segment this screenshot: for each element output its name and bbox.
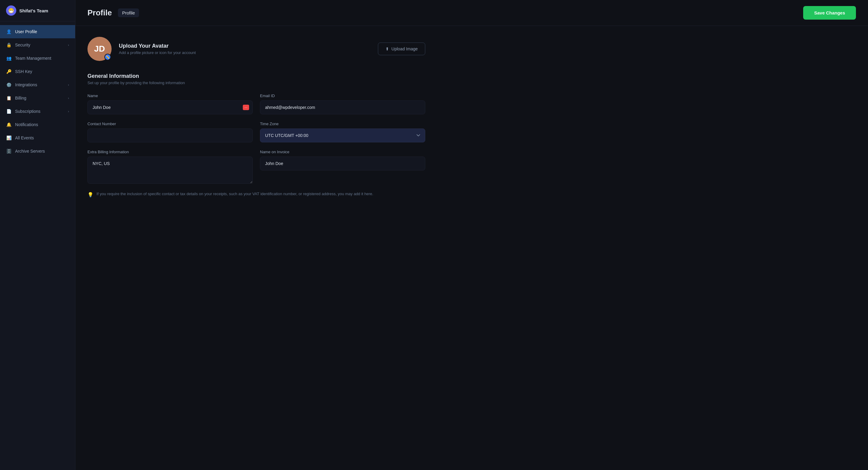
sidebar-item-billing[interactable]: 📋Billing›: [0, 91, 75, 105]
sidebar-label-integrations: Integrations: [15, 82, 37, 87]
avatar-edit-badge[interactable]: ✏️: [104, 54, 111, 60]
form-group-name: Name ···: [88, 94, 253, 114]
contact-input[interactable]: [88, 128, 253, 143]
sidebar-label-notifications: Notifications: [15, 122, 38, 127]
header-left: Profile Profile: [88, 8, 139, 18]
avatar-section: JD ✏️ Upload Your Avatar Add a profile p…: [88, 37, 425, 61]
sidebar-item-all-events[interactable]: 📊All Events: [0, 131, 75, 145]
avatar-upload-title: Upload Your Avatar: [119, 43, 196, 49]
general-information-section: General Information Set up your profile …: [88, 73, 425, 198]
sidebar-item-ssh-key[interactable]: 🔑SSH Key: [0, 65, 75, 78]
form-row-name-email: Name ··· Email ID: [88, 94, 425, 114]
subscriptions-icon: 📄: [6, 108, 11, 114]
invoice-input[interactable]: [260, 157, 425, 170]
sidebar-label-user-profile: User Profile: [15, 29, 37, 34]
page-title: Profile: [88, 8, 112, 18]
brand-name: Shifat's Team: [19, 8, 48, 13]
subscriptions-chevron-icon: ›: [68, 109, 69, 113]
sidebar-label-ssh-key: SSH Key: [15, 69, 32, 74]
sidebar-item-archive-servers[interactable]: 🗄️Archive Servers: [0, 145, 75, 158]
sidebar: 😷 Shifat's Team 👤User Profile🔒Security›👥…: [0, 0, 75, 470]
sidebar-label-billing: Billing: [15, 96, 26, 100]
user-profile-icon: 👤: [6, 29, 11, 34]
team-management-icon: 👥: [6, 56, 11, 61]
sidebar-item-notifications[interactable]: 🔔Notifications: [0, 118, 75, 131]
bulb-icon: 💡: [88, 191, 93, 198]
sidebar-item-user-profile[interactable]: 👤User Profile: [0, 25, 75, 38]
upload-image-button[interactable]: ⬆ Upload Image: [378, 42, 425, 55]
sidebar-item-subscriptions[interactable]: 📄Subscriptions›: [0, 105, 75, 118]
billing-icon: 📋: [6, 95, 11, 101]
sidebar-label-team-management: Team Management: [15, 56, 51, 61]
sidebar-item-integrations[interactable]: ⚙️Integrations›: [0, 78, 75, 91]
profile-content: JD ✏️ Upload Your Avatar Add a profile p…: [75, 26, 437, 209]
billing-label: Extra Billing Information: [88, 150, 253, 154]
sidebar-nav: 👤User Profile🔒Security›👥Team Management🔑…: [0, 22, 75, 470]
brand-avatar-emoji: 😷: [8, 8, 14, 13]
form-group-billing: Extra Billing Information NYC, US: [88, 150, 253, 184]
form-group-invoice: Name on Invoice: [260, 150, 425, 184]
form-row-contact-timezone: Contact Number Time Zone UTC UTC/GMT +00…: [88, 122, 425, 143]
form-group-timezone: Time Zone UTC UTC/GMT +00:00: [260, 122, 425, 143]
sidebar-item-team-management[interactable]: 👥Team Management: [0, 52, 75, 65]
avatar: JD ✏️: [88, 37, 112, 61]
name-input-wrapper: ···: [88, 100, 253, 114]
avatar-info: Upload Your Avatar Add a profile picture…: [119, 43, 196, 55]
name-error-badge: ···: [243, 105, 249, 110]
timezone-label: Time Zone: [260, 122, 425, 126]
header: Profile Profile Save Changes: [75, 0, 868, 26]
save-changes-button[interactable]: Save Changes: [803, 6, 856, 20]
upload-icon: ⬆: [385, 46, 389, 51]
form-group-contact: Contact Number: [88, 122, 253, 143]
archive-servers-icon: 🗄️: [6, 149, 11, 154]
all-events-icon: 📊: [6, 135, 11, 140]
general-info-subtitle: Set up your profile by providing the fol…: [88, 81, 425, 85]
sidebar-label-all-events: All Events: [15, 135, 34, 140]
general-info-title: General Information: [88, 73, 425, 79]
contact-label: Contact Number: [88, 122, 253, 126]
sidebar-item-security[interactable]: 🔒Security›: [0, 38, 75, 52]
security-icon: 🔒: [6, 42, 11, 48]
sidebar-label-security: Security: [15, 42, 30, 48]
notifications-icon: 🔔: [6, 122, 11, 127]
email-label: Email ID: [260, 94, 425, 98]
billing-note-text: If you require the inclusion of specific…: [96, 191, 373, 197]
billing-textarea[interactable]: NYC, US: [88, 157, 253, 184]
email-input[interactable]: [260, 100, 425, 114]
sidebar-label-subscriptions: Subscriptions: [15, 109, 40, 114]
integrations-chevron-icon: ›: [68, 83, 69, 87]
name-label: Name: [88, 94, 253, 98]
form-group-email: Email ID: [260, 94, 425, 114]
tab-profile[interactable]: Profile: [118, 8, 140, 17]
name-input[interactable]: [88, 100, 253, 114]
integrations-icon: ⚙️: [6, 82, 11, 88]
billing-note: 💡 If you require the inclusion of specif…: [88, 191, 425, 198]
invoice-label: Name on Invoice: [260, 150, 425, 154]
security-chevron-icon: ›: [68, 43, 69, 47]
upload-image-label: Upload Image: [392, 46, 418, 51]
avatar-initials: JD: [94, 44, 105, 54]
sidebar-label-archive-servers: Archive Servers: [15, 149, 45, 154]
billing-chevron-icon: ›: [68, 96, 69, 100]
brand[interactable]: 😷 Shifat's Team: [0, 0, 75, 22]
main-content: Profile Profile Save Changes JD ✏️ Uploa…: [75, 0, 868, 470]
form-row-billing-invoice: Extra Billing Information NYC, US Name o…: [88, 150, 425, 184]
ssh-key-icon: 🔑: [6, 69, 11, 74]
timezone-select[interactable]: UTC UTC/GMT +00:00: [260, 128, 425, 143]
avatar-upload-subtitle: Add a profile picture or icon for your a…: [119, 51, 196, 55]
brand-avatar: 😷: [6, 5, 16, 16]
